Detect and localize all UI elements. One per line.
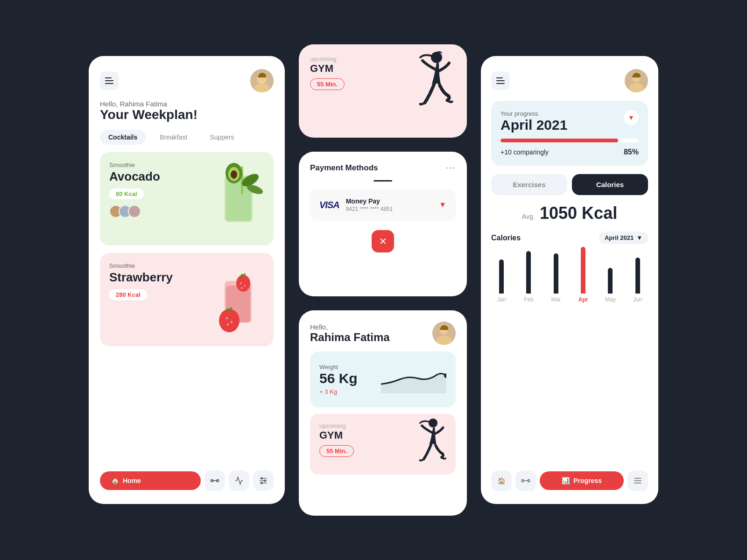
- close-button[interactable]: ✕: [372, 230, 394, 252]
- avatar-progress: [625, 69, 648, 92]
- bottom-nav: 🏠 Home: [100, 470, 274, 491]
- bar-apr[interactable]: [581, 247, 585, 294]
- menu-button-progress[interactable]: [491, 71, 510, 90]
- greeting-text: Hello, Rahima Fatima Your Weekplan!: [100, 100, 274, 122]
- avg-section: Avg. 1050 Kcal: [491, 203, 648, 223]
- bar-label-apr: Apr: [578, 296, 588, 303]
- weekplan-title: Your Weekplan!: [100, 108, 274, 122]
- tab-exercises[interactable]: Exercises: [491, 174, 567, 195]
- svg-point-20: [231, 321, 233, 323]
- menu-button[interactable]: [100, 71, 119, 90]
- home-icon-progress: 🏠: [498, 477, 506, 484]
- svg-point-15: [240, 282, 242, 284]
- hello-small: Hello,: [310, 323, 390, 331]
- avocado-smoothie-card[interactable]: Smoothie Avocado 80 Kcal: [100, 152, 274, 245]
- payment-title: Payment Methods: [310, 163, 378, 173]
- svg-point-21: [227, 323, 229, 325]
- payment-header: Payment Methods ···: [310, 163, 456, 173]
- home-icon: 🏠: [111, 477, 119, 484]
- more-options-button[interactable]: ···: [446, 163, 456, 173]
- bar-jan[interactable]: [499, 259, 504, 294]
- avocado-image: [208, 157, 269, 236]
- bar-col-jun: Jun: [627, 258, 648, 303]
- svg-point-33: [431, 52, 442, 63]
- hamburger-icon: [105, 77, 113, 84]
- card-name: Money Pay: [346, 197, 432, 205]
- dumbbell-nav-button-progress[interactable]: [515, 470, 536, 491]
- runner-figure-hello: [411, 416, 451, 474]
- chart-period-dropdown[interactable]: April 2021 ▼: [599, 231, 648, 244]
- bar-label-may: May: [605, 296, 616, 303]
- chart-section: Calories April 2021 ▼ JanFebMarAprMayJun: [491, 231, 648, 462]
- chart-button[interactable]: [229, 470, 249, 491]
- progress-label: Your progress: [500, 110, 567, 117]
- bar-label-jun: Jun: [633, 296, 642, 303]
- progress-stats: +10 comparingly 85%: [500, 148, 639, 156]
- svg-point-31: [264, 480, 266, 481]
- bar-label-jan: Jan: [497, 296, 506, 303]
- chart-title: Calories: [491, 234, 521, 242]
- greeting-small: Hello, Rahima Fatima: [100, 100, 274, 108]
- hello-panel: Hello, Rahima Fatima Weight 56 Kg + 3 Kg: [299, 310, 467, 516]
- progress-chevron-button[interactable]: ▼: [624, 110, 639, 125]
- panel2-wrap: upcoming GYM 55 Min.: [299, 44, 467, 516]
- bar-col-jan: Jan: [491, 259, 512, 303]
- panel3-header: [491, 69, 648, 92]
- strawberry-image: [208, 258, 269, 337]
- home-nav-button-progress[interactable]: 🏠: [491, 470, 512, 491]
- weight-value: 56 Kg: [319, 371, 358, 386]
- chevron-down-icon: ▼: [439, 201, 446, 209]
- gym-panel-top: upcoming GYM 55 Min.: [299, 44, 467, 138]
- bar-col-may: May: [600, 268, 620, 303]
- hello-header: Hello, Rahima Fatima: [310, 322, 456, 345]
- hello-greeting: Hello, Rahima Fatima: [310, 323, 390, 344]
- card-number: 8421 **** **** 4851: [346, 206, 432, 212]
- panel1-header: [100, 69, 274, 92]
- hamburger-icon-progress: [496, 77, 505, 84]
- svg-point-9: [231, 170, 237, 179]
- visa-card[interactable]: VISA Money Pay 8421 **** **** 4851 ▼: [310, 189, 456, 221]
- tab-cocktails[interactable]: Cocktails: [100, 130, 146, 145]
- upcoming-gym-card: upcoming GYM 55 Min.: [310, 414, 456, 475]
- svg-point-32: [261, 482, 262, 483]
- bar-label-feb: Feb: [524, 296, 534, 303]
- dumbbell-button[interactable]: [204, 470, 225, 491]
- bar-jun[interactable]: [635, 258, 640, 294]
- tab-suppers[interactable]: Suppers: [201, 130, 242, 145]
- avg-label: Avg.: [522, 213, 535, 220]
- strawberry-smoothie-card[interactable]: Smoothie Strawberry 280 Kcal: [100, 253, 274, 346]
- bar-mar[interactable]: [554, 253, 558, 294]
- home-button[interactable]: 🏠 Home: [100, 471, 201, 490]
- svg-point-16: [244, 285, 246, 287]
- svg-rect-42: [522, 480, 523, 482]
- percent-text: 85%: [624, 148, 639, 156]
- bar-col-feb: Feb: [518, 251, 539, 303]
- duration-hello: 55 Min.: [319, 445, 354, 457]
- chart-period-label: April 2021: [605, 234, 634, 241]
- bar-may[interactable]: [608, 268, 613, 294]
- card-details: Money Pay 8421 **** **** 4851: [346, 197, 432, 212]
- settings-nav-button-progress[interactable]: [627, 470, 648, 491]
- bar-feb[interactable]: [526, 251, 531, 294]
- svg-rect-43: [528, 480, 529, 482]
- dropdown-chevron-icon: ▼: [636, 234, 642, 241]
- bar-col-apr: Apr: [573, 247, 593, 303]
- tab-breakfast[interactable]: Breakfast: [151, 130, 196, 145]
- progress-button[interactable]: 📊 Progress: [540, 471, 624, 490]
- avatar: [250, 69, 274, 92]
- svg-point-17: [241, 287, 243, 289]
- runner-figure-top: [411, 49, 458, 121]
- settings-button[interactable]: [253, 470, 274, 491]
- bar-label-mar: Mar: [551, 296, 561, 303]
- tab-calories[interactable]: Calories: [572, 174, 648, 195]
- progress-info: Your progress April 2021: [500, 110, 567, 133]
- bars-container: JanFebMarAprMayJun: [491, 249, 648, 305]
- weight-card: Weight 56 Kg + 3 Kg: [310, 351, 456, 407]
- weight-label: Weight: [319, 364, 358, 371]
- mini-avatar-3: [128, 205, 141, 218]
- progress-top: Your progress April 2021 ▼: [500, 110, 639, 133]
- progress-month: April 2021: [500, 117, 567, 133]
- category-tabs: Cocktails Breakfast Suppers: [100, 130, 274, 145]
- hello-avatar: [432, 322, 456, 345]
- exercise-calorie-tabs: Exercises Calories: [491, 174, 648, 195]
